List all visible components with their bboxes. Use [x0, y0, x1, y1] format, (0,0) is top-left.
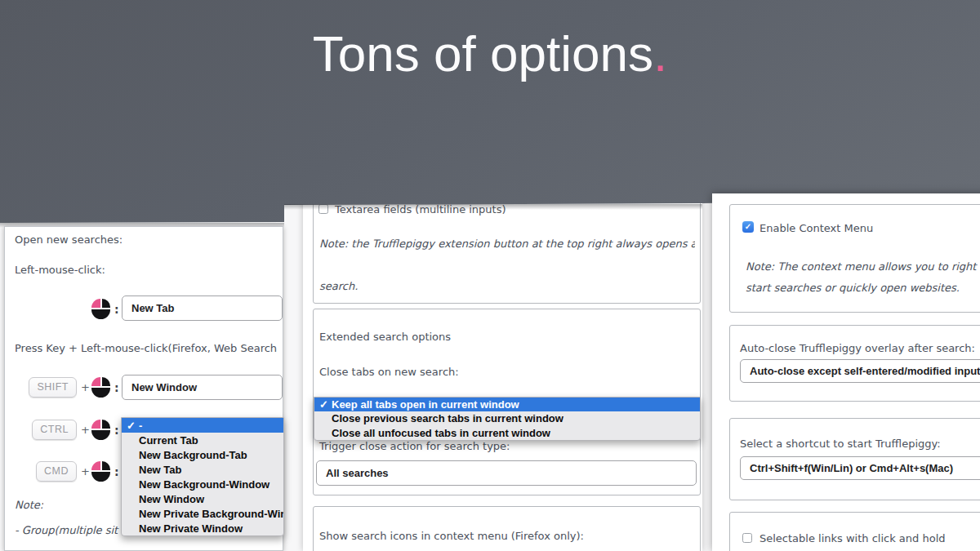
dropdown-item-label: New Tab: [139, 464, 182, 476]
shortcut-value: Ctrl+Shift+f(Win/Lin) or Cmd+Alt+s(Mac): [750, 462, 953, 474]
mouse-body: [91, 388, 110, 398]
dropdown-item-label: Close previous search tabs in current wi…: [332, 412, 564, 424]
dropdown-item-label: New Window: [139, 493, 204, 505]
dropdown-item-label: New Background-Window: [139, 478, 270, 491]
press-key-label: Press Key + Left-mouse-click(Firefox, We…: [15, 342, 281, 354]
dropdown-item[interactable]: New Private Background-Win: [122, 506, 283, 521]
mouse-body: [91, 309, 110, 320]
page-title-text: Tons of options: [313, 25, 653, 82]
shift-keycap: SHIFT: [29, 377, 77, 398]
left-click-action-select[interactable]: New Tab: [122, 295, 283, 321]
checkmark-icon: ✓: [127, 420, 136, 432]
colon-separator: :: [114, 424, 119, 437]
dropdown-item-label: -: [139, 420, 142, 432]
selectable-links-checkbox[interactable]: [742, 533, 752, 543]
section-selectable-links: Selectable links with click and hold: [729, 512, 980, 551]
ctrl-keycap: CTRL: [32, 420, 77, 440]
left-click-label: Left-mouse-click:: [15, 264, 105, 276]
plus-sign: +: [81, 424, 90, 436]
dropdown-item-selected[interactable]: ✓ Keep all tabs open in current window: [314, 398, 700, 411]
extended-options-heading: Extended search options: [319, 331, 451, 343]
close-tabs-dropdown: ✓ Keep all tabs open in current window C…: [314, 397, 701, 441]
mouse-left-button: [91, 461, 100, 470]
dropdown-item-label: New Background-Tab: [139, 449, 247, 461]
mouse-right-button: [102, 299, 111, 308]
mouse-body: [91, 472, 110, 482]
right-note-line2: start searches or quickly open websites.: [746, 282, 960, 294]
dropdown-item-label: Keep all tabs open in current window: [332, 398, 519, 411]
mouse-left-click-icon: [91, 377, 110, 398]
colon-separator: :: [114, 381, 119, 394]
trigger-close-select[interactable]: All searches: [316, 460, 697, 486]
page-title: Tons of options.: [0, 24, 980, 82]
enable-context-label: Enable Context Menu: [760, 222, 873, 234]
ctrl-key-row: CTRL: [19, 420, 77, 440]
dropdown-item-label: Current Tab: [139, 434, 198, 447]
left-note-label: Note:: [15, 499, 43, 511]
page: Textarea fields (multiline inputs) Note:…: [0, 0, 980, 551]
autoclose-select[interactable]: Auto-close except self-entered/modified …: [740, 359, 980, 383]
mouse-right-button: [102, 461, 111, 470]
shortcut-select[interactable]: Ctrl+Shift+f(Win/Lin) or Cmd+Alt+s(Mac): [740, 456, 980, 480]
section-enable-context: ✓ Enable Context Menu Note: The context …: [729, 204, 980, 313]
close-tabs-label: Close tabs on new search:: [319, 366, 459, 378]
middle-note-line2: search.: [319, 280, 358, 292]
shift-key-row: SHIFT: [19, 377, 77, 398]
dropdown-item[interactable]: Close previous search tabs in current wi…: [314, 411, 700, 425]
section-context-icons: Show search icons in context menu (Firef…: [313, 506, 701, 551]
cmd-keycap: CMD: [36, 461, 77, 482]
dropdown-item[interactable]: Current Tab: [122, 433, 283, 447]
dropdown-item[interactable]: New Tab: [122, 462, 283, 477]
trigger-close-label: Trigger close action for search type:: [319, 440, 510, 452]
autoclose-label: Auto-close Trufflepiggy overlay after se…: [740, 342, 975, 354]
middle-note-line1: Note: the Trufflepiggy extension button …: [319, 238, 695, 250]
hero-banner: Tons of options.: [0, 0, 980, 225]
mouse-left-button: [91, 420, 100, 429]
panel-extended-search: Textarea fields (multiline inputs) Note:…: [303, 184, 702, 551]
shift-click-action-select[interactable]: New Window: [122, 375, 283, 400]
dropdown-item[interactable]: New Private Window: [122, 521, 283, 535]
mouse-left-click-icon: [91, 299, 110, 319]
mouse-left-click-icon: [91, 461, 110, 482]
left-note-text: - Group(multiple sit: [15, 524, 121, 536]
mouse-left-click-icon: [91, 420, 110, 440]
section-autoclose: Auto-close Trufflepiggy overlay after se…: [729, 325, 980, 402]
dropdown-item[interactable]: New Background-Window: [122, 477, 283, 491]
dropdown-item[interactable]: New Window: [122, 491, 283, 506]
right-note-line1: Note: The context menu allows you to rig…: [746, 260, 980, 273]
dropdown-item[interactable]: Close all unfocused tabs in current wind…: [314, 426, 700, 440]
dropdown-item-label: Close all unfocused tabs in current wind…: [332, 427, 550, 439]
plus-sign: +: [81, 465, 90, 478]
autoclose-value: Auto-close except self-entered/modified …: [750, 365, 980, 377]
colon-separator: :: [114, 303, 119, 316]
open-tab-action-dropdown: ✓ - Current Tab New Background-Tab New T…: [121, 417, 284, 536]
mouse-left-button: [91, 377, 100, 386]
selectable-links-label: Selectable links with click and hold: [760, 532, 946, 544]
mouse-left-button: [91, 299, 100, 308]
banner-shadow: [284, 204, 702, 210]
mouse-right-button: [102, 377, 111, 386]
trigger-close-value: All searches: [326, 467, 389, 479]
show-icons-label: Show search icons in context menu (Firef…: [319, 530, 584, 542]
dropdown-item[interactable]: New Background-Tab: [122, 447, 283, 462]
left-click-action-value: New Tab: [131, 302, 175, 314]
enable-context-checkbox[interactable]: ✓: [742, 221, 754, 233]
shortcut-label: Select a shortcut to start Trufflepiggy:: [740, 438, 941, 450]
shift-click-action-value: New Window: [131, 381, 197, 393]
dropdown-item-label: New Private Window: [139, 522, 243, 535]
cmd-key-row: CMD: [19, 461, 77, 482]
section-shortcut: Select a shortcut to start Trufflepiggy:…: [729, 418, 980, 500]
panel-context-menu: ✓ Enable Context Menu Note: The context …: [712, 193, 980, 551]
plus-sign: +: [81, 381, 90, 393]
colon-separator: :: [114, 465, 119, 478]
dropdown-item-selected[interactable]: ✓ -: [122, 418, 283, 433]
dropdown-item-label: New Private Background-Win: [139, 508, 283, 520]
open-searches-heading: Open new searches:: [15, 233, 122, 246]
checkmark-icon: ✓: [319, 398, 328, 411]
mouse-body: [91, 430, 110, 441]
title-accent-period: .: [653, 25, 667, 82]
mouse-right-button: [102, 420, 111, 429]
